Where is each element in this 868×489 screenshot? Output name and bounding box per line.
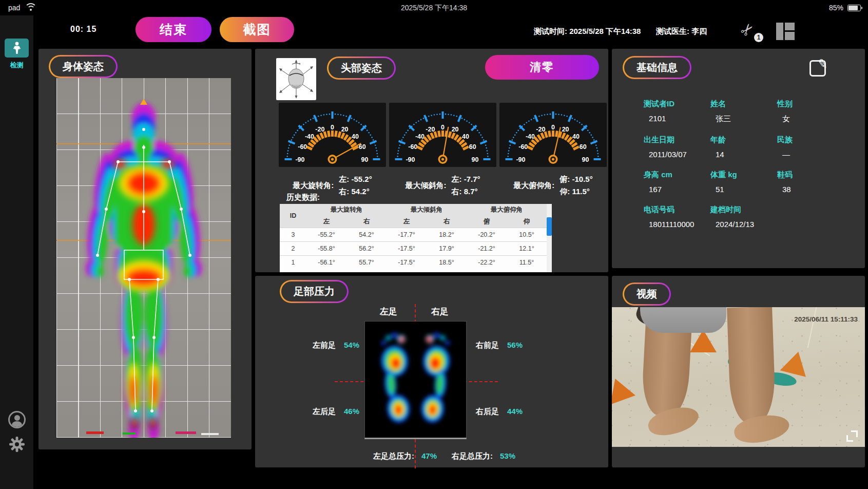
end-button[interactable]: 结束	[136, 17, 211, 42]
col-id: ID	[280, 204, 306, 228]
svg-text:-20: -20	[536, 126, 545, 133]
foot-pressure-title: 足部压力	[281, 281, 347, 302]
svg-text:0: 0	[331, 124, 334, 131]
history-table: ID 最大旋转角 最大倾斜角 最大俯仰角 左右 左右 俯仰 3 -55.2°54…	[280, 204, 552, 272]
tilt-gauge: -90-60-40-20020406090	[389, 103, 496, 167]
user-profile-icon[interactable]	[8, 411, 26, 428]
rotation-gauge: -90-60-40-20020406090	[279, 103, 386, 167]
test-time-label: 测试时间: 2025/5/28 下午14:38	[534, 27, 641, 36]
svg-text:40: 40	[572, 133, 580, 140]
table-row: 3 -55.2°54.2° -17.7°18.2° -20.2°10.5°	[280, 228, 547, 241]
max-tilt-metric: 最大倾斜角: 左: -7.7°右: 8.7°	[389, 171, 496, 200]
edit-info-button[interactable]: ✎	[809, 60, 826, 77]
gray-shorts	[640, 307, 726, 333]
svg-text:90: 90	[472, 156, 479, 163]
max-pitch-metric: 最大俯仰角: 俯: -10.5°仰: 11.5°	[499, 171, 607, 200]
table-scrollbar-thumb[interactable]	[547, 217, 552, 236]
head-posture-title-pill: 头部姿态	[327, 57, 396, 80]
right-foot-total-pressure: 右足总压力:53%	[452, 452, 515, 461]
head-axes-diagram	[276, 58, 316, 100]
battery-percent: 85%	[829, 4, 843, 12]
screenshot-button[interactable]: 截图	[220, 17, 294, 42]
foot-pressure-heatmap	[364, 321, 467, 439]
left-foot-total-pressure: 左足总压力:47%	[373, 452, 437, 461]
basic-info-title-pill: 基础信息	[623, 56, 691, 79]
svg-text:-40: -40	[526, 133, 535, 140]
svg-text:-20: -20	[426, 126, 435, 133]
info-field-record-date: 建档时间2024/12/13	[710, 205, 777, 229]
table-row: 2 -55.8°56.2° -17.5°17.9° -21.2°12.1°	[280, 241, 547, 255]
basic-info-panel: 基础信息 ✎ 测试者ID2101 姓名张三 性别女 出生日期2011/03/07…	[612, 49, 865, 268]
svg-text:-90: -90	[295, 156, 304, 163]
info-field-weight: 体重 kg51	[710, 170, 777, 194]
table-scrollbar[interactable]	[547, 204, 552, 272]
svg-text:-60: -60	[408, 143, 417, 151]
foot-pressure-panel: 足部压力 左足 右足	[255, 276, 608, 467]
info-field-phone: 电话号码18011110000	[644, 205, 710, 229]
pitch-gauge: -90-60-40-20020406090	[499, 103, 607, 167]
right-foot-header: 右足	[431, 306, 449, 317]
body-thermal-scan	[56, 78, 231, 438]
left-foot-header: 左足	[380, 306, 397, 317]
sidebar-item-detect[interactable]	[5, 39, 29, 58]
video-timestamp: 2025/06/11 15:11:33	[794, 315, 858, 323]
layout-grid-button[interactable]	[776, 23, 795, 40]
sidebar-item-detect-label: 检测	[0, 61, 33, 70]
pencil-icon: ✎	[817, 57, 829, 72]
thermal-body-figure	[56, 78, 231, 438]
head-posture-title: 头部姿态	[329, 58, 394, 78]
svg-text:0: 0	[441, 124, 445, 131]
info-field-name: 姓名张三	[710, 99, 777, 124]
status-bar: pad 2025/5/28 下午14:38 85%	[0, 0, 868, 15]
left-forefoot-stat: 左前足54%	[313, 341, 359, 350]
orange-cone	[690, 330, 717, 352]
video-title: 视频	[624, 284, 669, 304]
session-timer: 00: 15	[70, 25, 97, 34]
right-rearfoot-stat: 右后足44%	[476, 407, 523, 417]
svg-text:-20: -20	[315, 126, 324, 133]
table-group-header-row: ID 最大旋转角 最大倾斜角 最大俯仰角	[280, 204, 547, 216]
svg-text:-60: -60	[518, 143, 528, 151]
svg-text:60: 60	[580, 143, 587, 151]
video-panel: 视频 2025/06/11 15:11:33	[612, 276, 865, 467]
basic-info-title: 基础信息	[624, 58, 690, 78]
info-field-gender: 性别女	[777, 99, 844, 124]
svg-text:-40: -40	[305, 133, 314, 140]
test-doctor-label: 测试医生: 李四	[656, 27, 707, 36]
svg-text:-90: -90	[406, 156, 415, 163]
foot-pressure-title-pill: 足部压力	[280, 280, 349, 303]
info-field-age: 年龄14	[710, 135, 777, 159]
svg-text:90: 90	[582, 156, 589, 163]
person-icon	[11, 42, 23, 55]
info-field-birthdate: 出生日期2011/03/07	[644, 135, 710, 159]
info-field-height: 身高 cm167	[644, 170, 710, 194]
svg-text:60: 60	[469, 143, 476, 151]
body-posture-panel: 身体姿态	[38, 49, 252, 449]
scissors-badge: 1	[754, 33, 763, 42]
info-grid: 测试者ID2101 姓名张三 性别女 出生日期2011/03/07 年龄14 民…	[644, 99, 844, 229]
svg-text:40: 40	[352, 133, 359, 140]
body-posture-title-pill: 身体姿态	[49, 55, 118, 78]
info-field-ethnicity: 民族—	[777, 135, 844, 159]
svg-text:20: 20	[452, 126, 459, 133]
svg-text:-40: -40	[415, 133, 425, 140]
video-title-pill: 视频	[623, 283, 671, 306]
svg-text:-60: -60	[298, 143, 307, 151]
body-posture-title: 身体姿态	[50, 57, 116, 77]
fullscreen-expand-icon[interactable]	[846, 430, 858, 442]
right-forefoot-stat: 右前足56%	[476, 341, 523, 350]
battery-icon	[847, 5, 861, 11]
svg-text:0: 0	[551, 124, 555, 131]
table-row: 1 -56.1°55.7° -17.5°18.5° -22.2°11.5°	[280, 255, 547, 269]
info-field-shoe-size: 鞋码38	[777, 170, 844, 194]
svg-text:20: 20	[341, 126, 349, 133]
left-rearfoot-stat: 左后足46%	[313, 407, 359, 417]
right-leg	[727, 307, 776, 424]
app-screen: pad 2025/5/28 下午14:38 85% 检测	[0, 0, 868, 489]
settings-gear-icon[interactable]	[8, 435, 26, 454]
reset-zero-button[interactable]: 清零	[485, 55, 599, 80]
svg-text:20: 20	[562, 126, 569, 133]
info-field-tester-id: 测试者ID2101	[644, 99, 710, 124]
scissors-tool-button[interactable]: ✂ 1	[741, 21, 763, 42]
video-feed: 2025/06/11 15:11:33	[612, 307, 865, 447]
